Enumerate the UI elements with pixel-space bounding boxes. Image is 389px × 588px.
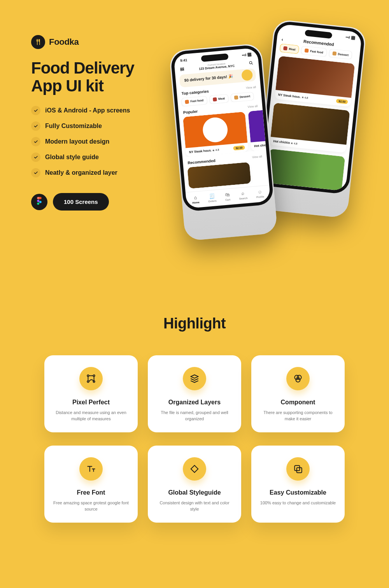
hero: Foodka Food Delivery App UI kit iOS & An… xyxy=(0,0,389,292)
notch xyxy=(305,30,332,39)
menu-icon[interactable] xyxy=(179,66,185,72)
highlight-grid: Pixel Perfect Distance and measure using… xyxy=(0,355,389,523)
tab-home[interactable]: ⌂Home xyxy=(192,195,200,204)
svg-point-8 xyxy=(296,378,300,382)
diamond-icon xyxy=(183,457,206,481)
tile-title: Global Styleguide xyxy=(168,489,221,496)
check-icon xyxy=(31,137,40,146)
scooter-icon xyxy=(241,69,253,81)
status-time: 9:41 xyxy=(180,58,187,63)
svg-point-2 xyxy=(87,375,89,376)
figma-icon xyxy=(31,194,47,210)
tile-styleguide: Global Styleguide Consistent design with… xyxy=(148,446,241,523)
tile-organized-layers: Organized Layers The file is named, grou… xyxy=(148,355,241,432)
svg-point-3 xyxy=(93,375,95,376)
tile-component: Component There are supporting component… xyxy=(251,355,345,432)
status-icons: ••ıl ⬛ xyxy=(345,35,356,40)
tab-cart[interactable]: 🛍Cart xyxy=(224,192,230,201)
price-badge: $2.50 xyxy=(336,99,348,104)
section-heading: Highlight xyxy=(0,315,389,332)
orders-icon: 🧾 xyxy=(208,193,216,199)
check-icon xyxy=(31,106,40,115)
feature-item: iOS & Android - App screens xyxy=(31,106,163,115)
food-card[interactable]: NY Steak hous. ★ 4.8$2.50 xyxy=(275,56,355,107)
brand-name: Foodka xyxy=(49,37,79,47)
tile-title: Easy Customizable xyxy=(270,489,326,496)
food-card[interactable]: NY Steak hous. ★ 4.8$2.50 xyxy=(183,111,248,157)
search-icon: ⌕ xyxy=(238,190,247,197)
layers-icon xyxy=(183,367,206,390)
tile-desc: 100% easy to change and customizable xyxy=(260,500,336,506)
feature-item: Neatly & organized layer xyxy=(31,168,163,177)
feature-item: Modern layout design xyxy=(31,137,163,146)
food-card[interactable] xyxy=(266,149,345,191)
home-icon: ⌂ xyxy=(192,195,199,201)
view-all-link[interactable]: View all xyxy=(246,85,256,90)
svg-point-0 xyxy=(39,201,42,203)
tile-desc: Free amazing space grotest google font s… xyxy=(53,500,129,513)
food-image xyxy=(183,111,247,148)
recommended-list: NY Steak hous. ★ 4.8$2.50 Hot chickio ★ … xyxy=(262,56,359,191)
typography-icon xyxy=(79,457,103,481)
cart-icon: 🛍 xyxy=(224,192,230,198)
hero-title: Food Delivery App UI kit xyxy=(31,59,163,95)
phone-mockups: 9:41 ••ıl ⬛ ‹ Recommended Meat Fast food… xyxy=(171,35,358,276)
price-badge: $2.50 xyxy=(233,145,245,151)
food-card[interactable]: Hot chickio ★ 4.8 xyxy=(270,103,350,153)
tile-free-font: Free Font Free amazing space grotest goo… xyxy=(44,446,138,523)
brand: Foodka xyxy=(31,35,163,49)
hero-intro: Foodka Food Delivery App UI kit iOS & An… xyxy=(31,35,163,276)
tile-customizable: Easy Customizable 100% easy to change an… xyxy=(251,446,345,523)
status-icons: ••ıl ⬛ xyxy=(242,53,252,57)
food-card[interactable]: Hot chick xyxy=(248,110,266,151)
tile-title: Organized Layers xyxy=(168,399,221,406)
tile-title: Free Font xyxy=(77,489,105,496)
tab-orders[interactable]: 🧾Orders xyxy=(208,193,217,203)
screens-badge: 100 Screens xyxy=(53,193,109,211)
tile-desc: Distance and measure using an even multi… xyxy=(53,410,129,422)
check-icon xyxy=(31,121,40,131)
feature-list: iOS & Android - App screens Fully Custom… xyxy=(31,106,163,177)
vector-icon xyxy=(79,367,103,390)
tab-profile[interactable]: ☺Profile xyxy=(256,189,264,198)
view-all-link[interactable]: View all xyxy=(247,104,258,108)
tile-title: Component xyxy=(281,399,315,406)
section-title: Populer xyxy=(183,109,198,114)
popular-row: NY Steak hous. ★ 4.8$2.50 Hot chick xyxy=(179,110,266,157)
tile-desc: Consistent design with text and color st… xyxy=(156,500,233,513)
view-all-link[interactable]: View all xyxy=(252,154,262,159)
profile-icon: ☺ xyxy=(256,189,264,195)
tab-search[interactable]: ⌕Search xyxy=(238,190,248,200)
copy-icon xyxy=(286,457,310,481)
notch xyxy=(201,53,228,62)
cta-row: 100 Screens xyxy=(31,193,163,211)
check-icon xyxy=(31,168,40,177)
back-icon[interactable]: ‹ xyxy=(281,37,283,42)
component-icon xyxy=(286,367,310,390)
food-image xyxy=(266,149,345,191)
tile-pixel-perfect: Pixel Perfect Distance and measure using… xyxy=(44,355,138,432)
svg-point-1 xyxy=(249,61,252,64)
highlight-section: Highlight Pixel Perfect Distance and mea… xyxy=(0,292,389,554)
svg-point-7 xyxy=(297,375,301,379)
feature-item: Global style guide xyxy=(31,153,163,162)
chip-meat[interactable]: Meat xyxy=(209,94,229,104)
tile-desc: There are supporting components to make … xyxy=(260,410,336,422)
food-image xyxy=(248,110,266,142)
section-title: Recommended xyxy=(187,158,216,165)
check-icon xyxy=(31,153,40,162)
section-title: Top categories xyxy=(181,89,209,95)
tile-desc: The file is named, grouped and well orga… xyxy=(156,410,233,422)
feature-item: Fully Customizable xyxy=(31,121,163,131)
svg-rect-9 xyxy=(191,465,198,472)
brand-logo-icon xyxy=(31,35,45,49)
search-icon[interactable] xyxy=(248,60,254,66)
phone-home: 9:41 ••ıl ⬛ Current location 123 Dream A… xyxy=(169,43,278,241)
tab-bar: ⌂Home 🧾Orders 🛍Cart ⌕Search ☺Profile xyxy=(186,185,271,209)
tile-title: Pixel Perfect xyxy=(72,399,110,406)
svg-point-4 xyxy=(87,381,89,382)
